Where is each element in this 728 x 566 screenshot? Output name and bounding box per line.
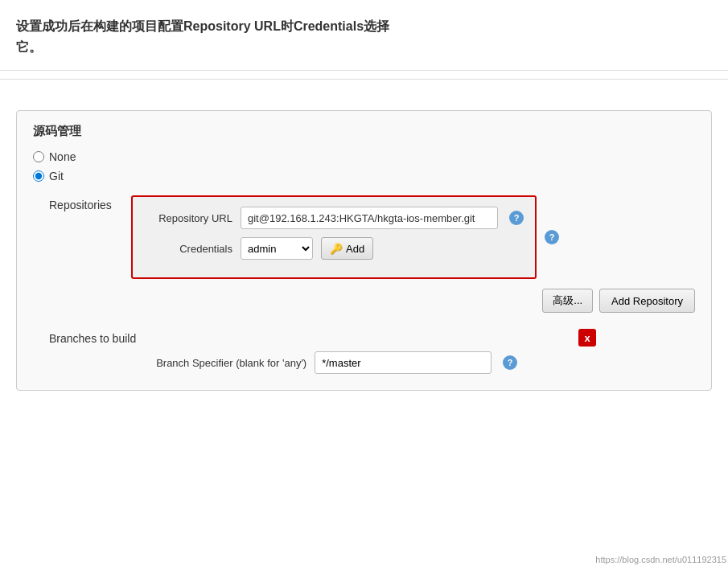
radio-git-label: Git [49, 170, 64, 183]
repo-url-help-icon[interactable]: ? [509, 211, 524, 225]
branch-help-icon[interactable]: ? [503, 355, 517, 370]
add-repository-button[interactable]: Add Repository [599, 289, 695, 313]
branch-header: x [146, 329, 596, 347]
radio-none-label: None [49, 150, 76, 163]
scm-section-card: 源码管理 None Git Repositories [16, 110, 712, 391]
repositories-row: Repositories Repository URL ? Cre [49, 195, 695, 279]
repo-url-row: Repository URL ? [144, 207, 524, 229]
repositories-container: Repository URL ? Credentials admin [131, 195, 537, 279]
radio-git-item[interactable]: Git [33, 170, 695, 183]
repo-url-input[interactable] [241, 207, 498, 229]
section-title: 源码管理 [33, 124, 695, 139]
page-wrapper: 设置成功后在构建的项目配置Repository URL时Credentials选… [0, 0, 728, 566]
repositories-label: Repositories [49, 195, 121, 211]
watermark: https://blog.csdn.net/u011192315 [595, 555, 726, 564]
radio-none-item[interactable]: None [33, 150, 695, 163]
git-section: Repositories Repository URL ? Cre [49, 195, 695, 374]
advanced-button[interactable]: 高级... [542, 289, 593, 313]
branches-row: Branches to build x Branch Specifier (bl… [49, 329, 695, 374]
credentials-row: Credentials admin 🔑 Add [144, 237, 524, 260]
branch-specifier-label: Branch Specifier (blank for 'any') [146, 357, 306, 369]
branch-specifier-row: Branch Specifier (blank for 'any') ? [146, 351, 596, 374]
repo-url-label: Repository URL [144, 212, 232, 224]
top-description: 设置成功后在构建的项目配置Repository URL时Credentials选… [16, 16, 712, 57]
credentials-label: Credentials [144, 243, 232, 255]
key-icon: 🔑 [330, 243, 343, 255]
radio-git[interactable] [33, 170, 44, 182]
credentials-add-button[interactable]: 🔑 Add [321, 237, 373, 260]
radio-none[interactable] [33, 151, 44, 162]
delete-branch-button[interactable]: x [578, 329, 596, 347]
main-section: 源码管理 None Git Repositories [0, 94, 728, 407]
branches-box: x Branch Specifier (blank for 'any') ? [146, 329, 596, 374]
radio-group: None Git [33, 150, 695, 183]
top-text-block: 设置成功后在构建的项目配置Repository URL时Credentials选… [0, 0, 728, 71]
add-btn-label: Add [346, 243, 364, 255]
credentials-select[interactable]: admin [241, 237, 313, 260]
repositories-box: Repository URL ? Credentials admin [131, 195, 537, 279]
repositories-help-icon[interactable]: ? [545, 230, 559, 244]
branch-specifier-input[interactable] [315, 351, 492, 374]
divider [0, 79, 728, 80]
branches-label: Branches to build [49, 329, 136, 345]
actions-row: 高级... Add Repository [49, 289, 695, 313]
